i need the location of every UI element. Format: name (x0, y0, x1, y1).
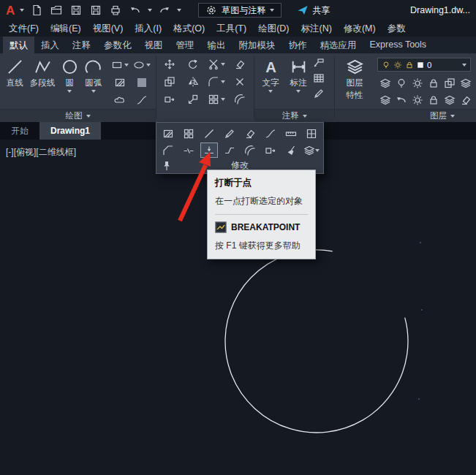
rectangle-tool-button[interactable] (111, 59, 129, 71)
ellipse-tool-button[interactable] (133, 59, 151, 71)
save-as-icon[interactable] (88, 3, 103, 18)
break-at-point-button[interactable] (200, 142, 218, 158)
plot-icon[interactable] (108, 3, 123, 18)
align-button[interactable] (262, 126, 279, 141)
ribbon-tab-output[interactable]: 输出 (201, 37, 233, 53)
layer-freeze-button[interactable] (412, 77, 423, 89)
spline-tool-button[interactable] (136, 94, 148, 106)
set-to-bylayer-button[interactable] (303, 142, 320, 158)
ribbon-tab-manage[interactable]: 管理 (170, 37, 201, 53)
gradient-tool-button[interactable] (136, 77, 148, 88)
draw-panel-label[interactable]: 绘图 (0, 109, 156, 122)
ribbon-tab-default[interactable]: 默认 (3, 37, 34, 53)
menu-format[interactable]: 格式(O) (167, 23, 211, 35)
menu-view[interactable]: 视图(V) (87, 23, 129, 35)
layer-previous-button[interactable] (396, 94, 407, 106)
ribbon-tab-addins[interactable]: 附加模块 (233, 37, 282, 53)
layer-delete-button[interactable] (460, 94, 472, 106)
workspace-selector[interactable]: 草图与注释 (198, 3, 282, 18)
markup-tool-button[interactable] (313, 88, 325, 99)
multileader-tool-button[interactable] (313, 57, 325, 69)
stretch-tool-button[interactable] (164, 94, 175, 105)
layer-turn-on-button[interactable] (412, 94, 423, 106)
redo-dropdown-icon[interactable] (177, 9, 181, 12)
hatch-tool-button[interactable] (114, 77, 126, 88)
ribbon-tab-annotate[interactable]: 注释 (66, 37, 97, 53)
logo-dropdown-icon[interactable] (20, 9, 24, 12)
edit-polyline-button[interactable] (221, 126, 238, 141)
explode-tool-button[interactable] (234, 76, 246, 88)
ribbon-tab-collaborate[interactable]: 协作 (282, 37, 314, 53)
new-file-icon[interactable] (29, 3, 44, 18)
layer-match-button[interactable] (444, 77, 456, 89)
layer-walk-button[interactable] (460, 77, 472, 89)
open-file-icon[interactable] (49, 3, 64, 18)
array-tool-button[interactable] (208, 94, 225, 105)
menu-draw[interactable]: 绘图(D) (252, 23, 295, 35)
menu-modify[interactable]: 修改(M) (338, 23, 382, 35)
circle-arc-object[interactable] (225, 250, 408, 433)
measure-button[interactable] (282, 126, 300, 141)
menu-tools[interactable]: 工具(T) (211, 23, 252, 35)
edit-hatch-button[interactable] (159, 126, 177, 141)
ribbon-tab-featured-apps[interactable]: 精选应用 (314, 37, 363, 53)
table-tool-button[interactable] (313, 72, 325, 84)
autocad-logo[interactable]: A (6, 4, 15, 17)
offset-tool-button[interactable] (234, 94, 246, 105)
eraser-button[interactable] (241, 126, 259, 141)
overkill-button[interactable] (241, 142, 259, 158)
rotate-tool-button[interactable] (187, 58, 199, 70)
move-tool-button[interactable] (164, 58, 175, 70)
menu-file[interactable]: 文件(F) (3, 23, 45, 35)
arc-dropdown-icon[interactable] (91, 90, 96, 93)
layer-panel-label[interactable]: 图层 (335, 109, 476, 122)
file-tab-drawing1[interactable]: Drawing1 (39, 122, 101, 140)
trim-tool-button[interactable] (208, 58, 225, 70)
copy-tool-button[interactable] (164, 76, 175, 88)
layer-select-combo[interactable]: 0 (377, 58, 471, 72)
redo-icon[interactable] (157, 3, 172, 18)
arc-button[interactable]: 圆弧 (82, 56, 105, 93)
save-icon[interactable] (69, 3, 83, 18)
annotation-panel-label[interactable]: 注释 (254, 109, 334, 122)
circle-dropdown-icon[interactable] (67, 90, 72, 93)
erase-tool-button[interactable] (234, 58, 246, 70)
text-dropdown-icon[interactable] (268, 90, 273, 93)
share-button[interactable]: 共享 (297, 4, 330, 17)
ribbon-tab-express-tools[interactable]: Express Tools (363, 37, 434, 53)
pin-icon[interactable] (159, 158, 174, 173)
layer-make-current-button[interactable] (379, 94, 391, 106)
jog-button[interactable] (159, 142, 177, 158)
circle-button[interactable]: 圆 (58, 56, 81, 93)
layer-merge-button[interactable] (444, 94, 456, 106)
edit-array-button[interactable] (180, 126, 197, 141)
break-button[interactable] (180, 142, 197, 158)
reverse-button[interactable] (262, 142, 279, 158)
grid-edit-button[interactable] (303, 126, 320, 141)
menu-parametric[interactable]: 参数 (382, 23, 412, 35)
undo-dropdown-icon[interactable] (148, 9, 152, 12)
ribbon-tab-insert[interactable]: 插入 (34, 37, 66, 53)
fillet-tool-button[interactable] (208, 76, 225, 88)
ribbon-tab-view[interactable]: 视图 (138, 37, 170, 53)
layer-properties-button[interactable]: 图层 特性 (339, 56, 370, 101)
dimension-dropdown-icon[interactable] (296, 90, 301, 93)
ribbon-tab-parametric[interactable]: 参数化 (97, 37, 138, 53)
menu-insert[interactable]: 插入(I) (129, 23, 167, 35)
join-button[interactable] (221, 142, 238, 158)
layer-unlock-all-button[interactable] (428, 94, 439, 106)
edit-spline-button[interactable] (200, 126, 218, 141)
menu-dimension[interactable]: 标注(N) (295, 23, 338, 35)
file-tab-start[interactable]: 开始 (0, 122, 39, 140)
layer-isolate-button[interactable] (396, 77, 407, 89)
mirror-tool-button[interactable] (187, 76, 199, 88)
layer-off-button[interactable] (379, 77, 391, 89)
menu-edit[interactable]: 编辑(E) (45, 23, 87, 35)
scale-tool-button[interactable] (187, 94, 199, 105)
line-button[interactable]: 直线 (3, 56, 26, 88)
polyline-button[interactable]: 多段线 (28, 56, 57, 88)
layer-lock-button[interactable] (428, 77, 439, 89)
clean-broom-button[interactable] (282, 142, 300, 158)
dimension-button[interactable]: 标注 (285, 56, 311, 93)
undo-icon[interactable] (128, 3, 143, 18)
